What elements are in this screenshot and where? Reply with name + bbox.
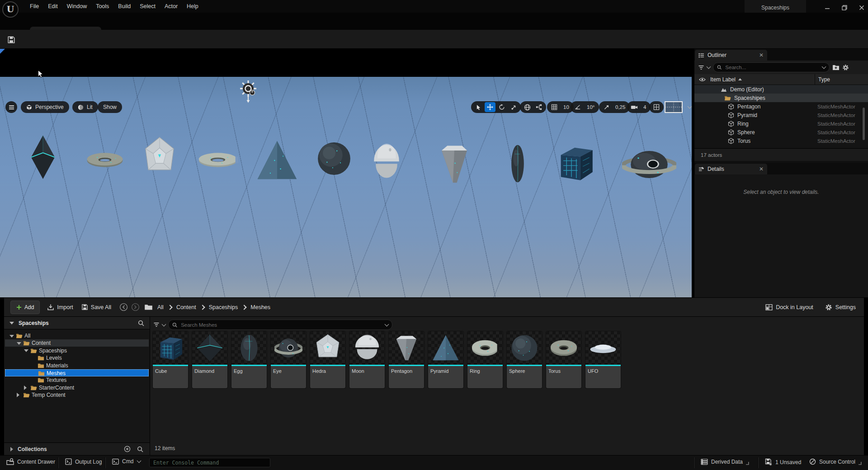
visibility-eye-icon[interactable] xyxy=(699,77,706,82)
save-all-button[interactable]: Save All xyxy=(81,304,111,310)
scene-actor-moon[interactable] xyxy=(372,143,401,182)
unreal-logo[interactable]: U xyxy=(2,1,19,18)
outliner-scrollbar[interactable] xyxy=(863,108,865,140)
outliner-actor-pentagon[interactable]: PentagonStaticMeshActor xyxy=(694,102,868,111)
source-control-button[interactable]: Source Control xyxy=(809,458,862,465)
breadcrumb-all[interactable]: All xyxy=(156,304,165,310)
sources-header[interactable]: Spaceships xyxy=(4,317,150,329)
menu-select[interactable]: Select xyxy=(135,0,160,13)
world-space-button[interactable] xyxy=(522,102,533,112)
menu-edit[interactable]: Edit xyxy=(43,0,62,13)
scene-actor-ring[interactable] xyxy=(198,147,238,173)
asset-tile-moon[interactable]: Moon xyxy=(349,331,385,388)
view-mode-selector[interactable]: Lit xyxy=(72,101,98,113)
asset-tile-diamond[interactable]: Diamond xyxy=(192,331,227,388)
maximize-button[interactable] xyxy=(842,5,847,10)
tree-closed-arrow-icon[interactable] xyxy=(24,385,27,390)
rotation-snap-value[interactable]: 10° xyxy=(584,104,597,110)
directional-light-gizmo[interactable] xyxy=(239,80,257,104)
close-button[interactable] xyxy=(859,5,864,10)
breadcrumb-spaceships[interactable]: Spaceships xyxy=(208,304,239,310)
outliner-actor-pyramid[interactable]: PyramidStaticMeshActor xyxy=(694,111,868,119)
tree-item-startercontent[interactable]: StarterContent xyxy=(5,384,149,391)
asset-tile-sphere[interactable]: Sphere xyxy=(507,331,542,388)
camera-speed-value[interactable]: 4 xyxy=(641,104,649,110)
asset-search-input[interactable] xyxy=(180,322,382,328)
derived-data-button[interactable]: Derived Data xyxy=(701,458,749,465)
unsaved-button[interactable]: 1 Unsaved xyxy=(765,458,801,466)
menu-actor[interactable]: Actor xyxy=(160,0,182,13)
perspective-selector[interactable]: Perspective xyxy=(21,101,69,113)
search-icon[interactable] xyxy=(138,320,144,326)
outliner-actor-sphere[interactable]: SphereStaticMeshActor xyxy=(694,128,868,136)
grid-snap-button[interactable] xyxy=(549,102,560,112)
dock-in-layout-button[interactable]: Dock in Layout xyxy=(765,304,813,310)
show-flags-selector[interactable]: Show xyxy=(98,101,122,113)
tree-item-spaceships[interactable]: Spaceships xyxy=(5,347,149,354)
tree-item-textures[interactable]: Textures xyxy=(5,376,149,384)
rotate-tool-button[interactable] xyxy=(496,102,507,112)
import-button[interactable]: Import xyxy=(47,304,73,310)
tab-details[interactable]: Details ✕ xyxy=(695,164,767,174)
close-icon[interactable]: ✕ xyxy=(759,52,764,58)
scene-actor-diamond[interactable] xyxy=(30,135,56,180)
asset-tile-torus[interactable]: Torus xyxy=(546,331,581,388)
tree-open-arrow-icon[interactable] xyxy=(17,342,21,345)
outliner-row[interactable]: Demo (Editor) xyxy=(694,85,868,94)
search-options-chevron[interactable] xyxy=(822,65,826,69)
maximize-viewport-button[interactable] xyxy=(651,102,662,112)
scene-actor-torus[interactable] xyxy=(86,147,124,173)
move-tool-button[interactable] xyxy=(485,102,495,112)
surface-snap-button[interactable] xyxy=(533,102,544,112)
outliner-search-input[interactable] xyxy=(724,64,820,70)
filter-icon[interactable] xyxy=(153,322,160,327)
column-item-label[interactable]: Item Label xyxy=(710,76,736,83)
scene-actor-hedra[interactable] xyxy=(142,136,177,177)
menu-tools[interactable]: Tools xyxy=(91,0,113,13)
scene-actor-egg[interactable] xyxy=(507,144,528,183)
nav-forward-button[interactable] xyxy=(131,303,140,311)
scene-actor-pentagon[interactable] xyxy=(437,143,472,185)
scene-actor-cube[interactable] xyxy=(555,143,596,183)
scene-actor-sphere[interactable] xyxy=(316,141,352,176)
tree-item-levels[interactable]: Levels xyxy=(5,354,149,362)
menu-help[interactable]: Help xyxy=(182,0,203,13)
tree-open-arrow-icon[interactable] xyxy=(9,335,14,338)
asset-tile-egg[interactable]: Egg xyxy=(231,331,267,388)
scene-actor-eye[interactable] xyxy=(622,145,676,184)
tree-item-temp-content[interactable]: Temp Content xyxy=(5,391,149,399)
outliner-row[interactable]: Spaceshipes xyxy=(694,94,868,102)
tree-item-meshes[interactable]: Meshes xyxy=(5,369,149,376)
breadcrumb-meshes[interactable]: Meshes xyxy=(250,304,271,310)
scale-snap-button[interactable] xyxy=(601,102,612,112)
add-collection-icon[interactable] xyxy=(124,446,131,452)
filter-icon[interactable] xyxy=(698,65,704,70)
menu-build[interactable]: Build xyxy=(113,0,135,13)
tab-outliner[interactable]: Outliner ✕ xyxy=(695,50,767,61)
output-log-button[interactable]: Output Log xyxy=(65,458,102,465)
asset-tile-ring[interactable]: Ring xyxy=(467,331,503,388)
asset-tile-cube[interactable]: Cube xyxy=(153,331,188,388)
breadcrumb-content[interactable]: Content xyxy=(175,304,197,310)
menu-file[interactable]: File xyxy=(25,0,43,13)
tree-item-materials[interactable]: Materials xyxy=(5,362,149,369)
filter-chevron-icon[interactable] xyxy=(162,322,166,326)
scene-actor-pyramid[interactable] xyxy=(256,139,298,182)
tree-closed-arrow-icon[interactable] xyxy=(17,393,19,397)
cmd-dropdown[interactable]: Cmd xyxy=(112,458,141,465)
tree-open-arrow-icon[interactable] xyxy=(24,349,28,352)
asset-tile-eye[interactable]: Eye xyxy=(271,331,306,388)
tree-item-content[interactable]: Content xyxy=(5,339,149,347)
content-drawer-button[interactable]: Content Drawer xyxy=(6,458,55,465)
asset-tile-pentagon[interactable]: Pentagon xyxy=(389,331,424,388)
camera-speed-button[interactable] xyxy=(629,102,640,112)
close-icon[interactable]: ✕ xyxy=(759,166,764,172)
search-icon[interactable] xyxy=(137,446,143,452)
outliner-settings-gear-icon[interactable] xyxy=(842,64,849,71)
rotation-snap-button[interactable] xyxy=(572,102,583,112)
level-viewport[interactable]: Perspective Lit Show 10 10° xyxy=(0,49,692,297)
add-folder-icon[interactable] xyxy=(832,64,840,70)
asset-search[interactable] xyxy=(168,320,392,330)
column-type[interactable]: Type xyxy=(818,76,830,83)
column-divider[interactable] xyxy=(815,74,815,85)
